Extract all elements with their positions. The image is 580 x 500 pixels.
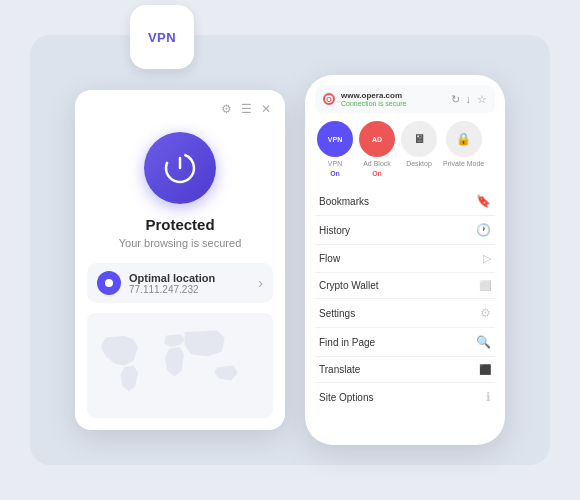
- history-icon: 🕐: [476, 223, 491, 237]
- site-options-icon: ℹ: [486, 390, 491, 404]
- menu-flow-label: Flow: [319, 253, 340, 264]
- bookmarks-icon: 🔖: [476, 194, 491, 208]
- location-ip: 77.111.247.232: [129, 284, 215, 295]
- menu-list: Bookmarks 🔖 History 🕐 Flow ▷ Crypto Wall…: [315, 187, 495, 411]
- url-block: www.opera.com Connection is secure: [341, 91, 445, 107]
- phone-mockup: O www.opera.com Connection is secure ↻ ↓…: [305, 75, 505, 445]
- ext-desktop-label: Desktop: [406, 160, 432, 167]
- refresh-icon[interactable]: ↻: [451, 93, 460, 106]
- location-dot-inner: [105, 279, 113, 287]
- extensions-row: VPN VPN On AD Ad Block On 🖥 Desktop: [315, 121, 495, 177]
- vpn-power-button[interactable]: [144, 132, 216, 204]
- bookmark-icon[interactable]: ☆: [477, 93, 487, 106]
- crypto-icon: ⬜: [479, 280, 491, 291]
- vpn-ext-icon: VPN: [317, 121, 353, 157]
- ext-desktop[interactable]: 🖥 Desktop: [401, 121, 437, 177]
- opera-icon: O: [323, 93, 335, 105]
- location-dot: [97, 271, 121, 295]
- menu-settings[interactable]: Settings ⚙: [315, 299, 495, 328]
- main-container: VPN ⚙ ☰ ✕ Protected Your browsing is sec…: [30, 35, 550, 465]
- download-icon[interactable]: ↓: [466, 93, 472, 106]
- ext-private-label: Private Mode: [443, 160, 484, 167]
- ext-adblock-label: Ad Block: [363, 160, 391, 167]
- vpn-icon-label: VPN: [148, 30, 176, 45]
- menu-flow[interactable]: Flow ▷: [315, 245, 495, 273]
- flow-icon: ▷: [483, 252, 491, 265]
- vpn-app-icon[interactable]: VPN: [130, 5, 194, 69]
- settings-icon[interactable]: ⚙: [219, 102, 233, 116]
- find-icon: 🔍: [476, 335, 491, 349]
- close-icon[interactable]: ✕: [259, 102, 273, 116]
- desktop-ext-icon: 🖥: [401, 121, 437, 157]
- menu-icon[interactable]: ☰: [239, 102, 253, 116]
- map-area: [87, 313, 273, 418]
- browser-url: www.opera.com: [341, 91, 445, 100]
- menu-find[interactable]: Find in Page 🔍: [315, 328, 495, 357]
- vpn-status-subtitle: Your browsing is secured: [119, 237, 242, 249]
- menu-translate-label: Translate: [319, 364, 360, 375]
- ext-vpn-sublabel: On: [330, 170, 340, 177]
- ext-private[interactable]: 🔒 Private Mode: [443, 121, 484, 177]
- menu-crypto-label: Crypto Wallet: [319, 280, 379, 291]
- menu-site-options-label: Site Options: [319, 392, 373, 403]
- ext-adblock[interactable]: AD Ad Block On: [359, 121, 395, 177]
- menu-history[interactable]: History 🕐: [315, 216, 495, 245]
- menu-bookmarks-label: Bookmarks: [319, 196, 369, 207]
- popup-header: ⚙ ☰ ✕: [87, 102, 273, 116]
- menu-settings-label: Settings: [319, 308, 355, 319]
- location-name: Optimal location: [129, 272, 215, 284]
- secure-label: Connection is secure: [341, 100, 445, 107]
- menu-find-label: Find in Page: [319, 337, 375, 348]
- vpn-popup: ⚙ ☰ ✕ Protected Your browsing is secured…: [75, 90, 285, 430]
- location-text: Optimal location 77.111.247.232: [129, 272, 215, 295]
- vpn-status-title: Protected: [145, 216, 214, 233]
- private-ext-icon: 🔒: [446, 121, 482, 157]
- menu-crypto[interactable]: Crypto Wallet ⬜: [315, 273, 495, 299]
- ext-vpn-label: VPN: [328, 160, 342, 167]
- browser-actions: ↻ ↓ ☆: [451, 93, 488, 106]
- menu-history-label: History: [319, 225, 350, 236]
- adblock-ext-icon: AD: [359, 121, 395, 157]
- location-row[interactable]: Optimal location 77.111.247.232 ›: [87, 263, 273, 303]
- menu-translate[interactable]: Translate ⬛: [315, 357, 495, 383]
- menu-site-options[interactable]: Site Options ℹ: [315, 383, 495, 411]
- browser-bar: O www.opera.com Connection is secure ↻ ↓…: [315, 85, 495, 113]
- settings-menu-icon: ⚙: [480, 306, 491, 320]
- chevron-right-icon: ›: [258, 275, 263, 291]
- ext-adblock-sublabel: On: [372, 170, 382, 177]
- translate-icon: ⬛: [479, 364, 491, 375]
- menu-bookmarks[interactable]: Bookmarks 🔖: [315, 187, 495, 216]
- ext-vpn[interactable]: VPN VPN On: [317, 121, 353, 177]
- location-left: Optimal location 77.111.247.232: [97, 271, 215, 295]
